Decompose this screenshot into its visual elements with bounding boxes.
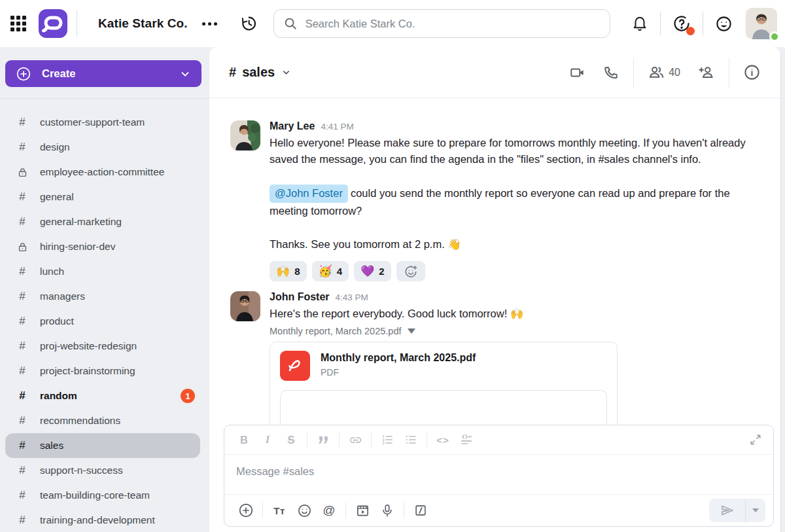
sidebar-channel-random[interactable]: # random 1 <box>0 383 209 408</box>
lock-icon <box>16 167 29 178</box>
channel-name: team-building-core-team <box>40 489 150 501</box>
strikethrough-button[interactable]: S <box>279 429 303 450</box>
message-input[interactable] <box>236 465 761 478</box>
phone-icon <box>603 64 619 80</box>
author-name[interactable]: John Foster <box>270 291 330 303</box>
sidebar-channel-proj-website-redesign[interactable]: # proj-website-redesign <box>0 334 209 359</box>
sidebar-channel-training-and-development[interactable]: # training-and-development <box>0 508 209 532</box>
channel-name: project-brainstorming <box>40 365 135 377</box>
attachment-header[interactable]: Monthly report, March 2025.pdf PDF <box>280 351 607 381</box>
sidebar-channel-hiring-senior-dev[interactable]: # hiring-senior-dev <box>0 234 209 259</box>
add-reaction-button[interactable] <box>396 261 425 281</box>
sidebar-channel-project-brainstorming[interactable]: # project-brainstorming <box>0 359 209 383</box>
ordered-list-button[interactable] <box>375 429 399 450</box>
create-button-label: Create <box>42 67 75 80</box>
avatar-john-foster[interactable] <box>230 291 260 321</box>
video-message-button[interactable] <box>350 499 375 522</box>
avatar-mary-lee[interactable] <box>230 120 260 151</box>
channel-name: proj-website-redesign <box>40 340 137 352</box>
attachment-collapse-toggle[interactable]: Monthly report, March 2025.pdf <box>270 326 761 336</box>
attach-button[interactable] <box>234 499 258 522</box>
sidebar-channel-managers[interactable]: # managers <box>0 284 209 309</box>
divider <box>633 58 634 88</box>
composer-actions: Tт @ <box>224 494 773 526</box>
divider <box>729 58 729 88</box>
expand-composer-button[interactable] <box>746 430 765 450</box>
emoji-button[interactable] <box>292 499 317 522</box>
top-bar: Katie Stark Co. <box>0 0 785 47</box>
bullet-list-button[interactable] <box>399 429 423 450</box>
hash-icon: # <box>229 65 236 80</box>
search-input[interactable] <box>305 18 601 30</box>
send-icon <box>720 503 735 518</box>
channel-info-button[interactable] <box>735 58 763 86</box>
sidebar-channel-general-marketing[interactable]: # general-marketing <box>0 209 209 234</box>
sidebar-channel-lunch[interactable]: # lunch <box>0 259 209 284</box>
sidebar-channel-support-n-success[interactable]: # support-n-success <box>0 458 209 483</box>
reaction-emoji: 🥳 <box>319 264 332 278</box>
message-time: 4:41 PM <box>321 122 353 132</box>
author-name[interactable]: Mary Lee <box>270 120 315 132</box>
text-format-button[interactable]: Tт <box>267 499 292 522</box>
status-emoji-icon[interactable] <box>711 11 737 37</box>
code-block-button[interactable] <box>455 429 478 450</box>
help-icon[interactable] <box>669 10 695 37</box>
sidebar-channel-product[interactable]: # product <box>0 309 209 334</box>
channel-title-button[interactable]: # sales <box>229 65 291 80</box>
italic-button[interactable]: I <box>256 429 279 450</box>
expand-icon <box>750 434 761 446</box>
chevron-down-icon <box>281 67 291 77</box>
link-button[interactable] <box>343 429 367 450</box>
blockquote-button[interactable] <box>311 429 335 450</box>
audio-message-button[interactable] <box>375 499 400 522</box>
divider <box>307 432 307 448</box>
history-icon[interactable] <box>239 14 258 33</box>
sidebar-channel-employee-action-committee[interactable]: # employee-action-committee <box>0 160 209 185</box>
message-john-foster: John Foster 4:43 PM Here's the report ev… <box>230 291 761 446</box>
channel-name: random <box>40 390 77 402</box>
divider <box>427 432 427 448</box>
inline-code-button[interactable]: <> <box>431 429 455 450</box>
voice-call-button[interactable] <box>595 59 628 86</box>
video-call-button[interactable] <box>561 59 595 86</box>
reaction-pill[interactable]: 🙌 8 <box>270 261 307 281</box>
pdf-file-icon <box>280 351 310 381</box>
reaction-count: 4 <box>337 266 342 277</box>
attachment-title: Monthly report, March 2025.pdf <box>321 352 476 364</box>
reaction-emoji: 💜 <box>360 264 374 278</box>
shortcuts-button[interactable] <box>408 499 433 522</box>
more-options-icon[interactable] <box>198 18 221 29</box>
members-button[interactable]: 40 <box>639 58 689 86</box>
notifications-bell-icon[interactable] <box>627 11 652 36</box>
divider <box>262 503 263 518</box>
channel-name: employee-action-committee <box>40 166 164 178</box>
help-status-dot <box>686 27 695 35</box>
create-button[interactable]: Create <box>5 60 201 87</box>
reaction-count: 8 <box>294 266 300 277</box>
workspace-name[interactable]: Katie Stark Co. <box>98 16 188 31</box>
send-button[interactable] <box>709 499 745 522</box>
user-avatar[interactable] <box>746 8 777 39</box>
sidebar-channel-team-building-core-team[interactable]: # team-building-core-team <box>0 483 209 508</box>
channel-name: recommendations <box>40 415 120 427</box>
pumble-logo[interactable] <box>39 9 67 38</box>
send-options-button[interactable] <box>746 499 765 522</box>
sidebar-channel-recommendations[interactable]: # recommendations <box>0 408 209 433</box>
collapse-triangle-icon <box>408 328 415 334</box>
add-member-button[interactable] <box>689 58 724 86</box>
sidebar-channel-sales[interactable]: # sales <box>5 433 200 458</box>
search-bar[interactable] <box>273 9 610 38</box>
user-mention[interactable]: @John Foster <box>270 185 348 203</box>
divider <box>339 432 340 448</box>
sidebar-channel-design[interactable]: # design <box>0 135 209 160</box>
ordered-list-icon <box>381 433 394 446</box>
mention-button[interactable]: @ <box>317 499 341 522</box>
sidebar-channel-general[interactable]: # general <box>0 185 209 209</box>
bold-button[interactable]: B <box>232 429 256 450</box>
person-add-icon <box>697 63 715 81</box>
reaction-pill[interactable]: 💜 2 <box>354 261 391 281</box>
link-icon <box>349 433 362 447</box>
apps-grid-icon[interactable] <box>10 16 27 32</box>
sidebar-channel-customer-support-team[interactable]: # customer-support-team <box>0 110 209 135</box>
reaction-pill[interactable]: 🥳 4 <box>312 261 349 281</box>
